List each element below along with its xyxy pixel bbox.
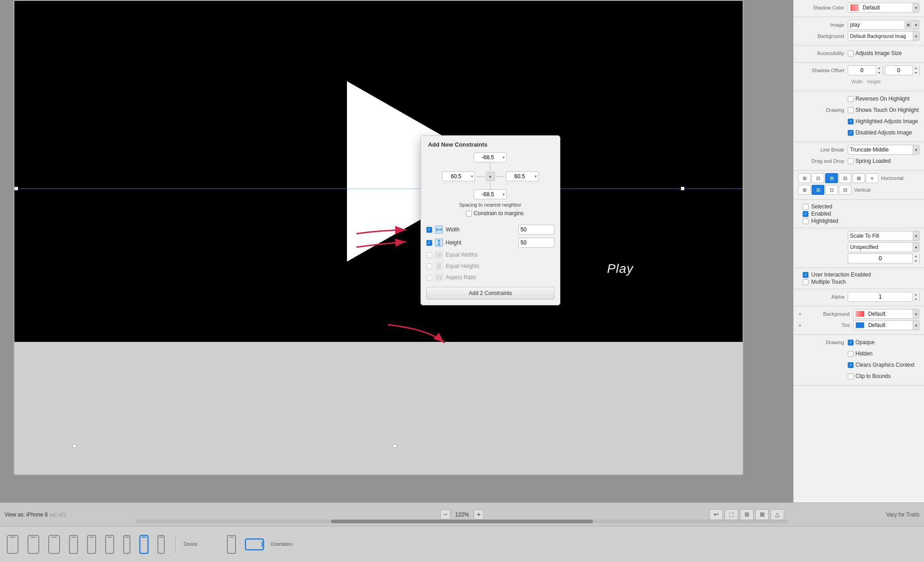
image-select[interactable]: play ✕ ▾	[848, 20, 919, 30]
device-thumb-2[interactable]	[25, 534, 42, 554]
align-icon-6[interactable]: ≡	[866, 173, 878, 183]
shadow-offset-h-input[interactable]	[885, 67, 913, 74]
height-value-wrap[interactable]: 50 ▾	[518, 238, 554, 248]
image-arrow[interactable]: ▾	[913, 20, 919, 29]
clears-graphics-cb[interactable]	[848, 362, 854, 368]
spacing-top-chevron[interactable]: ▾	[501, 155, 506, 160]
orientation-landscape[interactable]	[243, 538, 266, 551]
width-value-input[interactable]: 50	[519, 226, 554, 233]
semantic-num-input[interactable]	[848, 255, 912, 262]
multiple-touch-cb[interactable]	[803, 279, 808, 285]
semantic-arrow[interactable]: ▾	[913, 243, 919, 252]
device-thumb-selected[interactable]	[137, 534, 151, 554]
highlighted-cb[interactable]	[803, 218, 808, 224]
clip-bounds-cb[interactable]	[848, 373, 854, 379]
pin-icon[interactable]: ⊞	[740, 509, 753, 520]
align-icon-5[interactable]: ⊠	[852, 173, 865, 183]
align-icon-2[interactable]: ⊡	[812, 173, 824, 183]
align-toolbar-icon[interactable]: ⊠	[755, 509, 769, 520]
vary-for-traits-button[interactable]: Vary for Traits	[886, 511, 919, 518]
shadow-offset-h-stepper[interactable]: ▲ ▼	[912, 65, 919, 75]
valign-icon-4[interactable]: ⊟	[839, 185, 851, 195]
device-thumb-6[interactable]	[103, 534, 116, 554]
align-icon-4[interactable]: ⊟	[839, 173, 851, 183]
shadow-offset-w-up[interactable]: ▲	[876, 65, 882, 70]
spacing-bottom-input-wrap[interactable]: -68.5 ▾	[474, 189, 507, 199]
spacing-left-input[interactable]: 60.5	[443, 173, 470, 180]
hidden-cb-label[interactable]: Hidden	[848, 350, 873, 357]
scroll-thumb[interactable]	[331, 520, 592, 523]
spacing-top-input-wrap[interactable]: -68.5 ▾	[474, 152, 507, 162]
spacing-bottom-input[interactable]: -68.5	[474, 191, 501, 198]
adjusts-image-size-cb-label[interactable]: Adjusts Image Size	[848, 50, 902, 56]
spring-loaded-cb-label[interactable]: Spring Loaded	[848, 158, 891, 164]
equal-widths-checkbox[interactable]	[426, 252, 432, 258]
opaque-cb[interactable]	[848, 340, 854, 345]
line-break-select[interactable]: Truncate Middle ▾	[848, 145, 919, 155]
shows-touch-cb[interactable]	[848, 107, 854, 113]
spacing-left-input-wrap[interactable]: 60.5 ▾	[442, 171, 475, 181]
undo-icon[interactable]: ↩	[709, 509, 723, 520]
hidden-cb[interactable]	[848, 351, 854, 357]
spacing-right-chevron[interactable]: ▾	[533, 174, 538, 179]
adjusts-image-size-cb[interactable]	[848, 51, 854, 56]
alpha-input[interactable]: 1	[848, 294, 912, 300]
shadow-offset-h-wrap[interactable]: ▲ ▼	[885, 65, 920, 75]
device-thumb-7[interactable]	[121, 534, 133, 554]
shadow-offset-w-input[interactable]	[848, 67, 876, 74]
resolve-icon[interactable]: △	[771, 509, 784, 520]
shadow-offset-w-down[interactable]: ▼	[876, 70, 882, 75]
device-thumb-3[interactable]	[46, 534, 62, 554]
alpha-up[interactable]: ▲	[913, 292, 919, 297]
spacing-left-chevron[interactable]: ▾	[470, 174, 475, 179]
constrain-margins-cb[interactable]	[466, 211, 472, 217]
user-interaction-cb[interactable]	[803, 272, 808, 278]
align-icon-3[interactable]: ⊞	[825, 173, 838, 183]
semantic-num-stepper[interactable]: ▲ ▼	[912, 253, 919, 263]
zoom-out-button[interactable]: −	[440, 510, 450, 520]
semantic-num-up[interactable]: ▲	[913, 253, 919, 258]
opaque-cb-label[interactable]: Opaque	[848, 339, 875, 345]
semantic-select[interactable]: Unspecified ▾	[848, 242, 919, 252]
alpha-down[interactable]: ▼	[913, 297, 919, 302]
bg-select[interactable]: Default ▾	[853, 309, 919, 319]
tint-plus-icon[interactable]: +	[798, 322, 802, 329]
spacing-bottom-chevron[interactable]: ▾	[501, 192, 506, 197]
zoom-in-button[interactable]: +	[474, 510, 484, 520]
aspect-ratio-checkbox[interactable]	[426, 275, 432, 281]
valign-icon-3[interactable]: ⊡	[825, 185, 838, 195]
valign-icon-2[interactable]: ⊞	[812, 185, 824, 195]
highlighted-adjusts-cb-label[interactable]: Highlighted Adjusts Image	[848, 118, 918, 124]
embed-icon[interactable]: ⬚	[725, 509, 738, 520]
valign-icon-1[interactable]: ⊞	[798, 185, 811, 195]
spring-loaded-cb[interactable]	[848, 158, 854, 164]
device-thumb-4[interactable]	[67, 534, 80, 554]
enabled-cb[interactable]	[803, 211, 808, 217]
equal-heights-checkbox[interactable]	[426, 263, 432, 269]
add-constraints-button[interactable]: Add 2 Constraints	[426, 287, 554, 299]
semantic-num-wrap[interactable]: ▲ ▼	[848, 253, 919, 263]
shadow-color-arrow[interactable]: ▾	[913, 3, 919, 12]
semantic-num-down[interactable]: ▼	[913, 258, 919, 263]
background-select[interactable]: Default Background Imag ▾	[848, 31, 919, 41]
alpha-input-wrap[interactable]: 1 ▲ ▼	[848, 292, 919, 302]
orientation-portrait[interactable]	[225, 534, 238, 554]
device-thumb-5[interactable]	[85, 534, 98, 554]
bg-plus-icon[interactable]: +	[798, 310, 802, 318]
height-value-input[interactable]: 50	[519, 240, 554, 246]
bg-arrow[interactable]: ▾	[913, 309, 919, 318]
reverses-cb-label[interactable]: Reverses On Highlight	[848, 96, 910, 102]
disabled-adjusts-cb-label[interactable]: Disabled Adjusts Image	[848, 129, 912, 136]
tint-arrow[interactable]: ▾	[913, 321, 919, 330]
alpha-stepper[interactable]: ▲ ▼	[912, 292, 919, 302]
image-clear-btn[interactable]: ✕	[905, 21, 912, 28]
disabled-adjusts-cb[interactable]	[848, 130, 854, 136]
device-thumb-1[interactable]	[5, 534, 21, 554]
tint-select[interactable]: Default ▾	[853, 320, 919, 330]
background-arrow[interactable]: ▾	[913, 32, 919, 41]
width-checkbox[interactable]	[426, 227, 432, 233]
selected-cb[interactable]	[803, 204, 808, 210]
line-break-arrow[interactable]: ▾	[913, 145, 919, 154]
spacing-right-input[interactable]: 60.5	[506, 173, 533, 180]
device-thumb-9[interactable]	[155, 534, 167, 554]
